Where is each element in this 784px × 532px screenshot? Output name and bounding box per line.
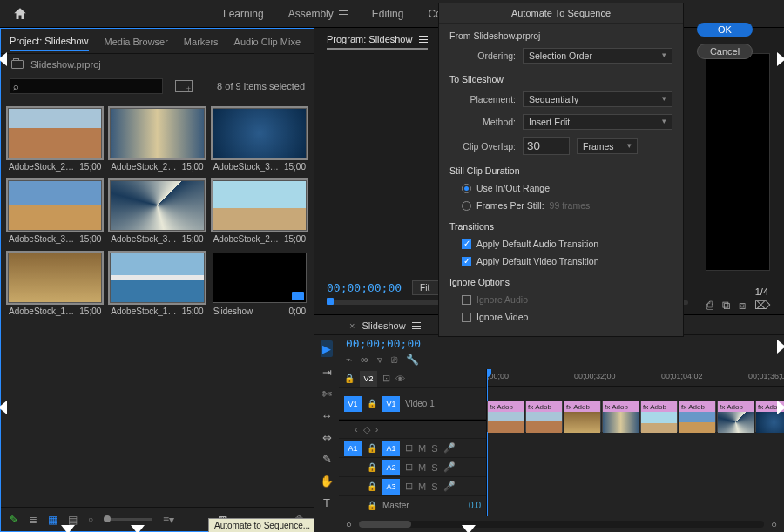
- media-thumb[interactable]: [8, 180, 102, 231]
- pen-tool-icon[interactable]: ✎: [322, 453, 332, 466]
- tab-assembly[interactable]: Assembly: [288, 8, 348, 20]
- snap-icon[interactable]: ⌁: [346, 354, 352, 366]
- bin-icon[interactable]: [11, 60, 24, 69]
- default-audio-transition-check[interactable]: Apply Default Audio Transition: [449, 239, 672, 249]
- export-frame-icon[interactable]: ⎙: [706, 299, 713, 313]
- media-thumb[interactable]: [8, 253, 102, 303]
- home-icon[interactable]: [12, 6, 28, 22]
- timeline-clip[interactable]: fxAdob: [679, 401, 716, 432]
- write-toggle-icon[interactable]: ✎: [10, 514, 18, 526]
- wrench-icon[interactable]: 🔧: [406, 354, 419, 366]
- media-thumb[interactable]: [213, 180, 307, 231]
- toggle-eye-icon[interactable]: 👁: [395, 374, 405, 384]
- linked-selection-icon[interactable]: ∞: [361, 354, 368, 366]
- toggle-output-icon[interactable]: ⊡: [405, 442, 413, 454]
- media-thumb[interactable]: [213, 253, 307, 303]
- default-video-transition-check[interactable]: Apply Default Video Transition: [449, 256, 672, 266]
- tab-learning[interactable]: Learning: [223, 8, 264, 20]
- toggle-output-icon[interactable]: ⊡: [382, 373, 390, 384]
- lift-icon[interactable]: ⌦: [754, 299, 770, 313]
- hand-tool-icon[interactable]: ✋: [320, 475, 334, 488]
- timeline-clip[interactable]: fxAdob: [525, 401, 563, 432]
- thumbnail-size-slider[interactable]: [104, 518, 152, 521]
- ok-button[interactable]: OK: [697, 23, 753, 37]
- timeline-clip[interactable]: fxAdob: [564, 401, 601, 432]
- ignore-video-check[interactable]: Ignore Video: [449, 312, 672, 322]
- a3-target[interactable]: A3: [382, 479, 400, 495]
- lock-icon[interactable]: 🔒: [367, 481, 377, 491]
- panel-tab-audio-mixer[interactable]: Audio Clip Mixe: [234, 37, 301, 47]
- overlap-input[interactable]: [523, 137, 570, 155]
- zoom-bar[interactable]: [359, 521, 765, 528]
- type-tool-icon[interactable]: T: [323, 496, 330, 509]
- close-seq-icon[interactable]: ×: [349, 320, 355, 331]
- ordering-select[interactable]: Selection Order: [523, 48, 672, 64]
- ripple-edit-tool-icon[interactable]: ✄: [322, 387, 332, 401]
- a1-source[interactable]: A1: [344, 441, 362, 456]
- cancel-button[interactable]: Cancel: [697, 44, 753, 59]
- icon-view-icon[interactable]: ▦: [48, 514, 57, 526]
- lock-icon[interactable]: 🔒: [367, 399, 377, 408]
- sort-icon[interactable]: ≡▾: [163, 514, 174, 526]
- timeline-clip[interactable]: fxAdob: [602, 401, 639, 432]
- timeline-clip[interactable]: fxAdob: [717, 401, 754, 432]
- lock-icon[interactable]: 🔒: [344, 374, 355, 383]
- zoom-out-icon[interactable]: ○: [88, 515, 93, 524]
- media-thumb[interactable]: [8, 108, 102, 158]
- clip-duration: 0;00: [289, 306, 306, 316]
- media-thumb[interactable]: [110, 108, 204, 158]
- use-in-out-radio[interactable]: Use In/Out Range: [449, 183, 672, 193]
- playhead-icon[interactable]: [327, 298, 334, 305]
- panel-tab-markers[interactable]: Markers: [184, 37, 219, 47]
- freeform-view-icon[interactable]: ▤: [68, 514, 78, 526]
- clip-name: AdobeStock_138362...: [9, 306, 77, 316]
- a1-target[interactable]: A1: [382, 441, 400, 456]
- v1-target[interactable]: V1: [382, 396, 400, 412]
- rolling-edit-tool-icon[interactable]: ↔: [321, 409, 333, 422]
- program-timecode[interactable]: 00;00;00;00: [327, 281, 402, 294]
- timeline-timecode[interactable]: 00;00;00;00: [346, 337, 421, 350]
- master-level[interactable]: 0.0: [469, 501, 481, 510]
- clip-name: AdobeStock_320408...: [111, 234, 179, 244]
- hamburger-icon: [339, 10, 348, 17]
- hamburger-icon: [412, 322, 421, 329]
- timeline-clip[interactable]: fxAdob: [487, 401, 524, 432]
- sequence-tab[interactable]: Slideshow: [362, 320, 420, 331]
- v1-source[interactable]: V1: [344, 396, 362, 412]
- ruler-tick: 00;00;32;00: [574, 372, 616, 380]
- v2-target[interactable]: V2: [360, 371, 377, 387]
- insert-icon[interactable]: ⧉: [722, 299, 730, 313]
- frames-per-still-radio[interactable]: Frames Per Still:99 frames: [449, 200, 672, 211]
- settings-icon[interactable]: ⎚: [391, 354, 397, 366]
- timeline-clip[interactable]: fxAdob: [640, 401, 678, 432]
- a2-target[interactable]: A2: [382, 460, 400, 475]
- media-thumb[interactable]: [213, 108, 307, 158]
- new-bin-icon[interactable]: [175, 80, 193, 92]
- ignore-heading: Ignore Options: [449, 277, 672, 287]
- zoom-in-icon[interactable]: ○: [771, 519, 777, 529]
- overwrite-icon[interactable]: ⧈: [739, 299, 746, 313]
- tab-editing[interactable]: Editing: [372, 8, 404, 20]
- voice-icon[interactable]: 🎤: [443, 442, 456, 454]
- time-ruler[interactable]: ;00;0000;00;32;0000;01;04;0200;01;36;02: [487, 369, 784, 387]
- method-select[interactable]: Insert Edit: [523, 114, 672, 130]
- list-view-icon[interactable]: ≣: [29, 514, 37, 526]
- selection-tool-icon[interactable]: ▶: [321, 340, 333, 357]
- lock-icon[interactable]: 🔒: [367, 462, 377, 472]
- zoom-out-icon[interactable]: ○: [346, 519, 352, 529]
- panel-tab-media-browser[interactable]: Media Browser: [105, 37, 168, 47]
- overlap-unit-select[interactable]: Frames: [577, 138, 638, 154]
- panel-tab-project[interactable]: Project: Slideshow: [10, 36, 89, 51]
- program-preview[interactable]: [706, 53, 770, 271]
- track-select-tool-icon[interactable]: ⇥: [322, 366, 332, 379]
- playhead-line[interactable]: [487, 369, 488, 516]
- lock-icon[interactable]: 🔒: [367, 443, 377, 453]
- media-thumb[interactable]: [110, 180, 204, 231]
- placement-select[interactable]: Sequentially: [523, 91, 672, 107]
- marker-icon[interactable]: ▿: [377, 354, 382, 366]
- media-thumb[interactable]: [110, 253, 204, 303]
- slip-tool-icon[interactable]: ⇔: [322, 431, 332, 444]
- timeline-tracks[interactable]: ;00;0000;00;32;0000;01;04;0200;01;36;02 …: [487, 369, 784, 516]
- search-input[interactable]: [10, 78, 163, 94]
- program-tab[interactable]: Program: Slideshow: [327, 34, 428, 50]
